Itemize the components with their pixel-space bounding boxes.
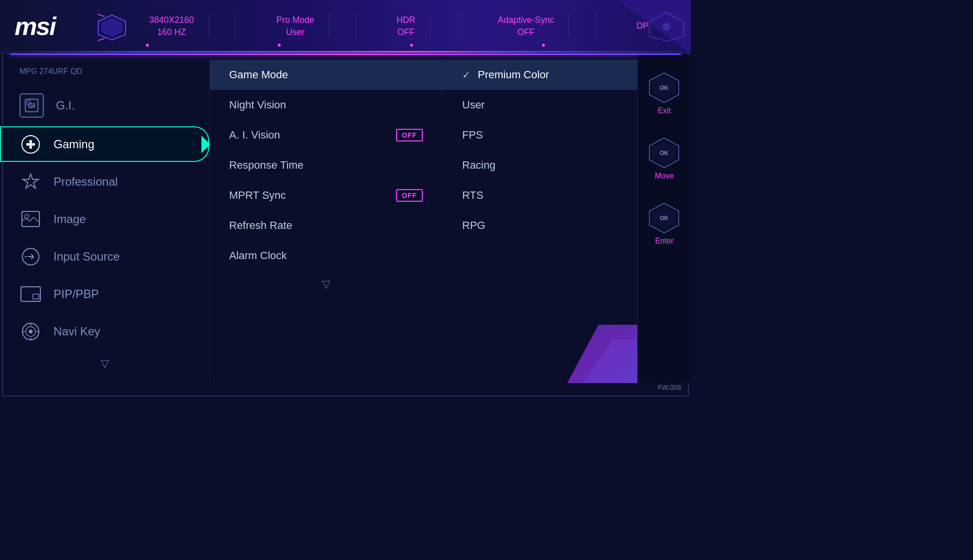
stat-hdr: HDR OFF [382, 14, 431, 38]
device-name: MPG 274URF QD [0, 65, 209, 86]
sidebar-item-pip-pbp[interactable]: PIP/PBP [0, 275, 209, 313]
controls-panel: OK Exit OK Move OK [637, 55, 691, 383]
menu-item-refresh-rate[interactable]: Refresh Rate [210, 210, 442, 241]
exit-button[interactable]: OK Exit [649, 72, 680, 115]
sidebar-item-gaming[interactable]: Gaming [0, 125, 209, 163]
menu-item-night-vision[interactable]: Night Vision [210, 90, 442, 120]
header-dots [0, 44, 691, 47]
image-label: Image [54, 212, 86, 226]
msi-logo: msi [15, 12, 55, 41]
stat-connection: DP [622, 20, 663, 32]
navi-key-icon [19, 320, 41, 342]
exit-label: Exit [658, 106, 671, 115]
right-item-rpg[interactable]: RPG [443, 210, 637, 241]
enter-label: Enter [655, 237, 673, 245]
sidebar: MPG 274URF QD GI G.I. [0, 55, 209, 383]
menu-item-ai-vision[interactable]: A. I. Vision OFF [210, 120, 442, 150]
svg-point-12 [29, 140, 32, 143]
input-source-icon [19, 245, 41, 267]
svg-point-10 [26, 143, 29, 146]
sidebar-scroll-down[interactable]: ▽ [0, 350, 209, 377]
svg-point-17 [25, 214, 29, 218]
pip-pbp-icon [19, 283, 41, 305]
premium-color-check: ✓ [462, 69, 470, 81]
svg-marker-1 [101, 18, 123, 37]
sidebar-item-image[interactable]: Image [0, 200, 209, 238]
header-stats: 3840X2160 160 HZ Pro Mode User HDR OFF A… [122, 12, 676, 41]
enter-icon: OK [649, 202, 680, 234]
svg-point-13 [29, 146, 32, 149]
menu-item-response-time[interactable]: Response Time [210, 150, 442, 180]
stat-pro-mode: Pro Mode User [262, 14, 329, 38]
pip-pbp-label: PIP/PBP [54, 287, 99, 301]
svg-marker-15 [23, 174, 38, 188]
menu-item-mprt-sync[interactable]: MPRT Sync OFF [210, 180, 442, 210]
ai-vision-badge: OFF [396, 129, 423, 141]
svg-rect-8 [25, 99, 31, 105]
svg-rect-14 [29, 143, 32, 146]
stat-adaptive-sync: Adaptive-Sync OFF [483, 14, 569, 38]
right-item-fps[interactable]: FPS [443, 120, 637, 150]
mprt-sync-badge: OFF [396, 189, 423, 202]
right-item-racing[interactable]: Racing [443, 150, 637, 180]
right-item-user[interactable]: User [443, 90, 637, 120]
fw-version: FW.008 [658, 384, 681, 391]
svg-point-11 [32, 143, 35, 146]
gaming-label: Gaming [54, 138, 94, 151]
sidebar-item-navi-key[interactable]: Navi Key [0, 313, 209, 350]
svg-text:OK: OK [660, 215, 668, 222]
svg-rect-21 [33, 294, 39, 299]
middle-scroll-down[interactable]: ▽ [210, 271, 442, 298]
gaming-icon [19, 133, 41, 155]
svg-line-3 [97, 38, 105, 41]
move-icon: OK [649, 137, 680, 169]
svg-point-24 [29, 330, 33, 333]
svg-line-2 [97, 14, 105, 17]
svg-text:OK: OK [660, 150, 668, 157]
move-label: Move [655, 172, 674, 180]
exit-icon: OK [649, 72, 680, 104]
professional-icon [19, 171, 41, 192]
move-button[interactable]: OK Move [649, 137, 680, 180]
menu-item-game-mode[interactable]: Game Mode [210, 60, 442, 90]
stat-resolution: 3840X2160 160 HZ [135, 14, 209, 38]
menu-item-alarm-clock[interactable]: Alarm Clock [210, 241, 442, 271]
sidebar-item-professional[interactable]: Professional [0, 163, 209, 200]
image-icon [19, 208, 41, 230]
gi-icon: GI [19, 93, 44, 118]
input-source-label: Input Source [54, 250, 120, 263]
logo-area: msi [15, 12, 122, 41]
navi-key-label: Navi Key [54, 325, 100, 338]
main-content: MPG 274URF QD GI G.I. [0, 55, 691, 383]
sidebar-item-input-source[interactable]: Input Source [0, 238, 209, 275]
sidebar-item-gi[interactable]: GI G.I. [0, 86, 209, 125]
enter-button[interactable]: OK Enter [649, 202, 680, 245]
svg-text:OK: OK [660, 85, 668, 91]
professional-label: Professional [54, 175, 118, 189]
header: msi 3840X2160 160 HZ Pro Mode User HDR O… [0, 0, 691, 53]
middle-panel: Game Mode Night Vision A. I. Vision OFF … [209, 55, 443, 383]
right-item-premium-color[interactable]: ✓ Premium Color [443, 60, 637, 90]
gi-label: G.I. [56, 99, 75, 112]
corner-decoration [540, 325, 637, 383]
right-item-rts[interactable]: RTS [443, 180, 637, 210]
